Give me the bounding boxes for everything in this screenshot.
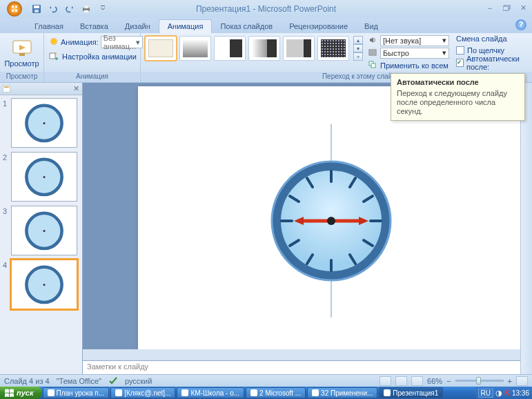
tab-home[interactable]: Главная [26, 20, 72, 33]
tooltip: Автоматически после Переход к следующему… [391, 73, 525, 121]
apply-to-all-button[interactable]: Применить ко всем [368, 59, 449, 71]
status-theme: "Тема Office" [57, 377, 101, 385]
slide-thumbnail[interactable] [11, 98, 77, 148]
slideshow-view-icon[interactable] [411, 376, 423, 386]
animation-select[interactable]: Без анимац...▾ [101, 36, 143, 48]
tab-view[interactable]: Вид [356, 20, 386, 33]
slide-number: 3 [3, 206, 10, 255]
tooltip-title: Автоматически после [397, 78, 519, 86]
undo-icon[interactable] [46, 2, 61, 16]
taskbar-item[interactable]: Презентация1 [379, 387, 443, 398]
svg-rect-3 [35, 10, 39, 12]
svg-rect-2 [34, 6, 39, 8]
slide-thumbnail[interactable] [11, 260, 77, 309]
start-button[interactable]: пуск [0, 387, 42, 399]
tab-review[interactable]: Рецензирование [281, 20, 356, 33]
qat-more-icon[interactable] [95, 2, 110, 16]
svg-rect-18 [3, 85, 10, 93]
spellcheck-icon[interactable] [108, 376, 118, 386]
gallery-up-icon[interactable]: ▴ [353, 36, 363, 44]
clock[interactable]: 13:36 [512, 389, 529, 397]
slide-thumb-row[interactable]: 2 [3, 152, 79, 202]
print-icon[interactable] [79, 2, 94, 16]
help-icon[interactable]: ? [515, 19, 526, 30]
slide-thumbnails[interactable]: 1 2 3 4 [0, 95, 82, 374]
gallery-more-icon[interactable]: ▿ [353, 52, 363, 61]
preview-label: Просмотр [4, 60, 39, 68]
taskbar-item[interactable]: 2 Microsoft ... [246, 387, 306, 398]
group-animation: Анимация [44, 72, 140, 82]
status-language[interactable]: русский [125, 377, 152, 385]
language-indicator[interactable]: RU [478, 389, 493, 398]
transition-wipe[interactable] [248, 36, 280, 61]
transition-dissolve[interactable] [317, 36, 349, 61]
speed-icon [368, 48, 378, 58]
tab-animation[interactable]: Анимация [159, 19, 213, 33]
preview-button[interactable]: Просмотр [3, 35, 40, 68]
tray-icon[interactable]: K [504, 389, 510, 397]
custom-animation-button[interactable]: Настройка анимации [48, 50, 141, 64]
vertical-scrollbar[interactable] [520, 83, 532, 374]
slide-thumbnail[interactable] [11, 152, 77, 202]
slide-thumb-row[interactable]: 4 [3, 260, 79, 309]
on-click-label: По щелчку [467, 46, 504, 55]
on-click-checkbox[interactable] [456, 46, 464, 55]
slide-thumb-row[interactable]: 1 [3, 98, 79, 148]
zoom-slider[interactable] [455, 380, 504, 382]
close-icon[interactable]: ✕ [517, 2, 529, 13]
speed-select[interactable]: Быстро▾ [380, 48, 449, 59]
svg-rect-6 [84, 10, 88, 12]
svg-point-0 [7, 1, 22, 17]
sound-select[interactable]: [Нет звука]▾ [380, 35, 449, 46]
redo-icon[interactable] [62, 2, 77, 16]
gallery-down-icon[interactable]: ▾ [353, 44, 363, 52]
save-icon[interactable] [29, 2, 44, 16]
animate-icon [49, 37, 59, 48]
clock-shape [138, 86, 522, 353]
zoom-in-icon[interactable]: + [508, 377, 512, 385]
svg-rect-17 [371, 64, 375, 68]
tab-slideshow[interactable]: Показ слайдов [212, 20, 281, 33]
minimize-icon[interactable]: – [484, 2, 496, 13]
transition-cut[interactable] [214, 36, 246, 61]
tooltip-body: Переход к следующему слайду после опреде… [397, 89, 519, 116]
slide-thumbnail[interactable] [11, 206, 77, 255]
slide-canvas[interactable] [138, 86, 522, 353]
svg-rect-5 [84, 6, 88, 8]
slide-number: 4 [3, 260, 10, 309]
custom-anim-icon [49, 51, 60, 62]
svg-point-31 [43, 229, 46, 231]
auto-after-checkbox[interactable] [456, 59, 464, 67]
sorter-view-icon[interactable] [395, 376, 407, 386]
outline-tab-icon[interactable] [3, 85, 11, 93]
transition-fade[interactable] [179, 36, 211, 61]
fit-window-icon[interactable] [516, 376, 528, 386]
svg-point-27 [43, 175, 46, 177]
windows-logo-icon [4, 388, 14, 398]
tab-insert[interactable]: Вставка [72, 20, 117, 33]
transition-push[interactable] [283, 36, 315, 61]
tray-icon[interactable]: ◑ [495, 389, 502, 398]
notes-pane[interactable]: Заметки к слайду [83, 360, 520, 374]
tab-design[interactable]: Дизайн [117, 20, 159, 33]
panel-close-icon[interactable]: ✕ [73, 84, 79, 93]
taskbar-item[interactable]: [Клякс@.net]... [110, 387, 175, 398]
transition-gallery[interactable]: ▴ ▾ ▿ [141, 33, 366, 61]
svg-point-14 [55, 57, 58, 60]
zoom-out-icon[interactable]: − [446, 377, 451, 385]
restore-icon[interactable] [500, 2, 513, 13]
taskbar-item[interactable]: КМ-Школа - о... [177, 387, 244, 398]
taskbar-item[interactable]: 32 Применени... [307, 387, 377, 398]
svg-point-23 [43, 121, 46, 124]
horizontal-scrollbar[interactable] [83, 349, 520, 360]
zoom-level[interactable]: 66% [427, 377, 442, 385]
chevron-down-icon: ▾ [442, 36, 446, 45]
slide-thumb-row[interactable]: 3 [3, 206, 79, 255]
transition-none[interactable] [145, 36, 177, 61]
office-button[interactable] [3, 0, 26, 18]
slide-number: 1 [3, 98, 10, 148]
taskbar-item[interactable]: План урока п... [43, 387, 110, 398]
slide-number: 2 [3, 152, 10, 202]
advance-title: Смена слайда [456, 35, 532, 43]
normal-view-icon[interactable] [380, 376, 391, 386]
